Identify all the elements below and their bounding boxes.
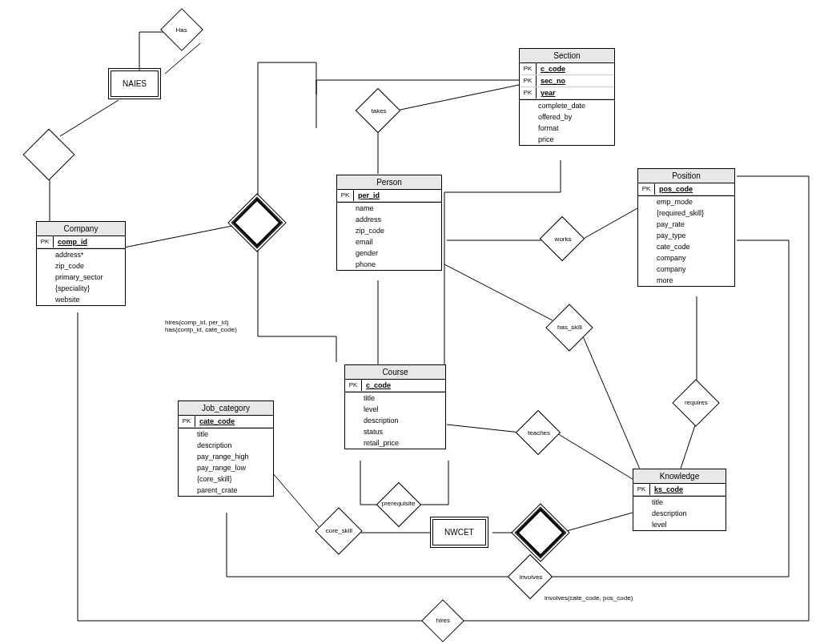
rel-has: Has [160, 8, 203, 51]
rel-double-right [514, 506, 566, 558]
entity-knowledge: Knowledge PKks_code title description le… [633, 469, 726, 531]
involves-annotation: involves(cate_code, pos_code) [545, 594, 633, 602]
knowledge-title: Knowledge [633, 469, 726, 484]
rel-hires: hires [421, 599, 464, 642]
rel-double-has [231, 196, 283, 248]
naies-label: NAIES [123, 79, 147, 88]
position-title: Position [638, 169, 734, 183]
entity-naies: NAIES [111, 70, 159, 97]
person-title: Person [337, 175, 441, 190]
rel-core-skill: core_skill [315, 507, 362, 554]
entity-course: Course PKc_code title level description … [344, 364, 446, 449]
entity-section: Section PKc_code PKsec_no PKyear complet… [519, 48, 615, 146]
rel-blank-left [22, 128, 74, 180]
rel-works: works [540, 216, 585, 262]
rel-takes: takes [356, 88, 401, 134]
company-title: Company [37, 222, 125, 236]
jobcat-title: Job_category [179, 401, 273, 416]
entity-jobcategory: Job_category PKcate_code title descripti… [178, 400, 274, 497]
hires-annotation: hires(comp_id, per_id) has(comp_id, cate… [165, 319, 237, 333]
rel-requires: requires [672, 379, 719, 426]
rel-teaches: teaches [516, 410, 561, 456]
rel-involves: involves [508, 554, 553, 600]
course-title: Course [345, 365, 445, 380]
rel-has-skill: has_skill [545, 304, 593, 351]
entity-person: Person PKper_id name address zip_code em… [336, 175, 442, 271]
entity-position: Position PKpos_code emp_mode {required_s… [637, 168, 735, 287]
section-title: Section [520, 49, 614, 63]
entity-company: Company PKcomp_id address* zip_code prim… [36, 221, 126, 306]
rel-prerequisite: prerequisite [376, 482, 422, 528]
nwcet-label: NWCET [444, 528, 474, 537]
entity-nwcet: NWCET [432, 519, 486, 545]
